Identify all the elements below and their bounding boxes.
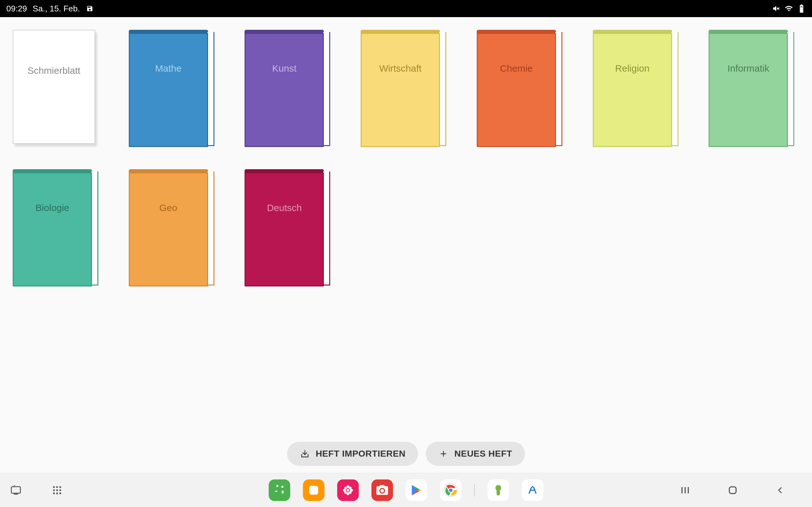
- svg-point-16: [350, 489, 353, 492]
- svg-point-19: [345, 491, 347, 494]
- notebook-book[interactable]: Informatik: [709, 30, 794, 147]
- save-notification-icon: [86, 4, 94, 13]
- notebook-label: Biologie: [13, 203, 92, 213]
- dock-app-camera[interactable]: [371, 480, 393, 501]
- svg-point-7: [59, 489, 61, 491]
- action-buttons: HEFT IMPORTIEREN NEUES HEFT: [287, 442, 525, 466]
- notebooks-area: SchmierblattMatheKunstWirtschaftChemieRe…: [0, 17, 812, 473]
- status-bar: 09:29 Sa., 15. Feb.: [0, 0, 812, 17]
- status-date: Sa., 15. Feb.: [33, 4, 80, 14]
- svg-point-3: [56, 486, 58, 488]
- mute-icon: [772, 4, 780, 13]
- dock-app-chrome[interactable]: [440, 480, 461, 501]
- notebook-label: Geo: [129, 203, 208, 213]
- notebook-book[interactable]: Chemie: [477, 30, 562, 147]
- import-label: HEFT IMPORTIEREN: [316, 449, 405, 459]
- svg-point-4: [59, 486, 61, 488]
- notebook-book[interactable]: Biologie: [13, 169, 98, 286]
- notebook-book[interactable]: Kunst: [245, 30, 330, 147]
- svg-rect-30: [729, 487, 736, 493]
- back-button[interactable]: [774, 484, 786, 497]
- dock-app-calculator[interactable]: [269, 480, 290, 501]
- svg-point-13: [346, 485, 349, 488]
- svg-point-8: [53, 493, 55, 494]
- notebook-label: Informatik: [709, 63, 788, 74]
- screenshot-tool-icon[interactable]: [9, 484, 22, 497]
- notebook-book[interactable]: Geo: [129, 169, 214, 286]
- notebook-book[interactable]: Wirtschaft: [361, 30, 446, 147]
- notebook-label: Mathe: [129, 63, 208, 74]
- plus-icon: [438, 449, 449, 459]
- new-notebook-button[interactable]: NEUES HEFT: [426, 442, 525, 466]
- wifi-icon: [785, 4, 793, 13]
- notebook-paper[interactable]: Schmierblatt: [13, 30, 95, 144]
- svg-point-26: [496, 485, 501, 491]
- status-time: 09:29: [6, 4, 27, 14]
- svg-point-17: [345, 487, 347, 489]
- dock-app-handwriting[interactable]: [522, 480, 543, 501]
- dock-app-gallery[interactable]: [303, 480, 324, 501]
- notebook-book[interactable]: Mathe: [129, 30, 214, 147]
- notebook-label: Kunst: [245, 63, 324, 74]
- new-label: NEUES HEFT: [454, 449, 512, 459]
- home-button[interactable]: [726, 484, 739, 497]
- dock-divider: [474, 484, 475, 497]
- dock-app-playstore[interactable]: [406, 480, 427, 501]
- svg-point-5: [53, 489, 55, 491]
- notebook-book[interactable]: Religion: [593, 30, 678, 147]
- svg-rect-0: [801, 7, 803, 12]
- svg-point-21: [380, 489, 384, 493]
- svg-point-15: [343, 489, 346, 492]
- navigation-bar: [0, 473, 812, 507]
- dock-app-flower[interactable]: [337, 480, 359, 501]
- svg-point-9: [56, 493, 58, 494]
- svg-point-10: [59, 493, 61, 494]
- dock-app-green[interactable]: [488, 480, 509, 501]
- recent-apps-button[interactable]: [679, 484, 692, 497]
- svg-point-6: [56, 489, 58, 491]
- svg-point-2: [53, 486, 55, 488]
- notebook-book[interactable]: Deutsch: [245, 169, 330, 286]
- apps-grid-icon[interactable]: [51, 484, 63, 497]
- notebook-label: Chemie: [477, 63, 556, 74]
- import-notebook-button[interactable]: HEFT IMPORTIEREN: [287, 442, 418, 466]
- notebook-label: Religion: [593, 63, 672, 74]
- svg-point-20: [349, 491, 351, 494]
- notebook-label: Deutsch: [245, 203, 324, 213]
- download-icon: [300, 449, 310, 459]
- battery-icon: [798, 4, 806, 13]
- svg-point-18: [349, 487, 351, 489]
- notebook-label: Wirtschaft: [361, 63, 440, 74]
- svg-rect-1: [11, 487, 20, 493]
- notebook-label: Schmierblatt: [28, 65, 81, 143]
- svg-rect-11: [309, 486, 318, 495]
- svg-point-12: [346, 489, 349, 492]
- svg-point-14: [346, 492, 349, 495]
